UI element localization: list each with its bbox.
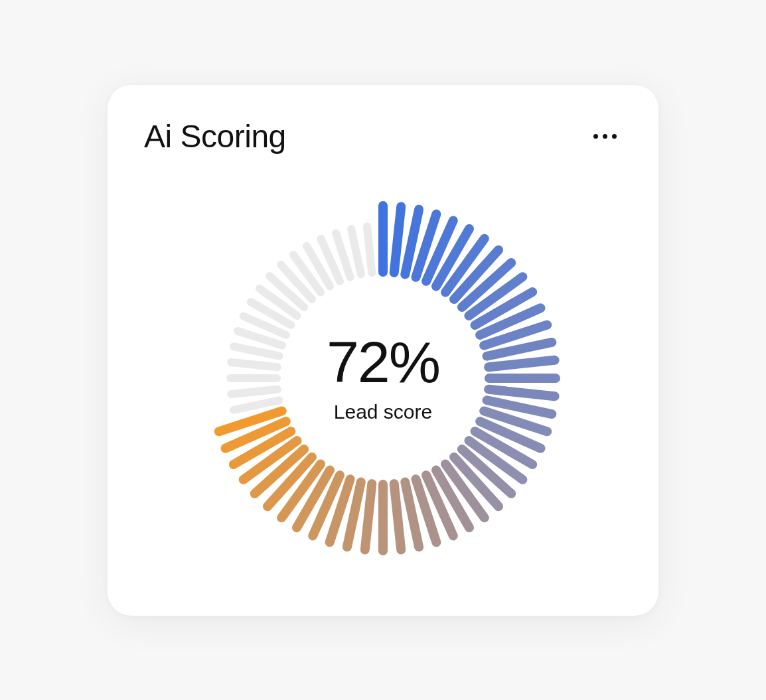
more-options-button[interactable] <box>588 129 622 144</box>
gauge-tick-active <box>489 389 554 396</box>
gauge-container: 72% Lead score <box>144 168 622 589</box>
gauge-tick-active <box>394 484 401 549</box>
gauge-tick-inactive <box>231 389 277 394</box>
gauge-tick-inactive <box>351 229 361 274</box>
gauge-tick-inactive <box>234 400 279 410</box>
more-dots-icon <box>593 134 598 139</box>
gauge-tick-active <box>489 360 554 367</box>
gauge-tick-inactive <box>231 362 277 367</box>
gauge-value: 72% <box>327 333 439 391</box>
radial-gauge: 72% Lead score <box>197 192 569 564</box>
more-dots-icon <box>603 134 607 139</box>
gauge-tick-inactive <box>367 226 372 273</box>
gauge-label: Lead score <box>327 401 439 423</box>
gauge-center: 72% Lead score <box>327 333 439 423</box>
gauge-tick-active <box>394 206 401 272</box>
gauge-tick-active <box>365 484 372 549</box>
more-dots-icon <box>612 134 617 139</box>
gauge-tick-inactive <box>234 346 279 356</box>
scoring-card: Ai Scoring 72% Lead score <box>108 85 658 616</box>
card-header: Ai Scoring <box>144 118 622 155</box>
card-title: Ai Scoring <box>144 118 286 155</box>
